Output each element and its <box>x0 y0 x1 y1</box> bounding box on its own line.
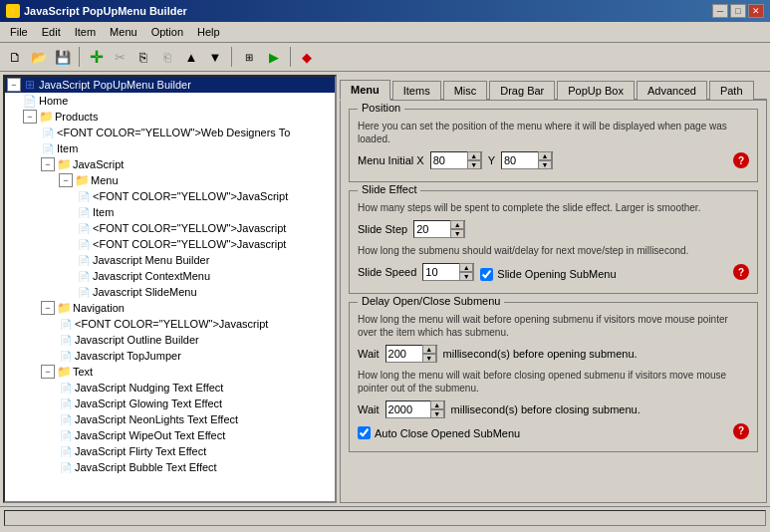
expand-navigation[interactable]: − <box>41 301 55 315</box>
cut-button[interactable]: ✂ <box>109 46 130 68</box>
options-button[interactable]: ◆ <box>296 46 318 68</box>
tree-item-products[interactable]: − 📁 Products <box>5 109 335 125</box>
tree-item-navigation[interactable]: − 📁 Navigation <box>5 300 335 316</box>
expand-products[interactable]: − <box>23 110 37 124</box>
tree-item-item2[interactable]: 📄 Item <box>5 204 335 220</box>
html-button[interactable]: ⊞ <box>237 46 261 68</box>
wait-close-value[interactable] <box>386 401 430 417</box>
expand-root[interactable]: − <box>7 78 21 92</box>
menu-x-input[interactable]: ▲ ▼ <box>430 151 482 169</box>
slide-step-up[interactable]: ▲ <box>450 220 464 229</box>
menu-menu[interactable]: Menu <box>104 24 143 40</box>
wait-close-input[interactable]: ▲ ▼ <box>385 400 445 418</box>
tree-item-jbte[interactable]: 📄 JavaScript Bubble Text Effect <box>5 459 335 475</box>
slide-speed-up[interactable]: ▲ <box>459 263 473 272</box>
wait-open-value[interactable] <box>386 346 422 362</box>
slide-step-spinners: ▲ ▼ <box>450 220 464 238</box>
tree-item-menu[interactable]: − 📁 Menu <box>5 172 335 188</box>
home-icon: 📄 <box>23 94 37 108</box>
auto-close-checkbox[interactable] <box>358 426 371 439</box>
menu-item[interactable]: Item <box>69 24 102 40</box>
jmb-icon: 📄 <box>77 253 91 267</box>
delay-help-icon[interactable]: ? <box>733 423 749 439</box>
minimize-button[interactable]: ─ <box>712 4 728 18</box>
new-button[interactable]: 🗋 <box>4 46 26 68</box>
tree-item-font5[interactable]: 📄 <FONT COLOR="YELLOW">Javascript <box>5 316 335 332</box>
tree-item-jgte[interactable]: 📄 JavaScript Glowing Text Effect <box>5 396 335 411</box>
maximize-button[interactable]: □ <box>730 4 746 18</box>
tree-item-jtj[interactable]: 📄 Javascript TopJumper <box>5 348 335 364</box>
tree-label-jcm: Javascript ContextMenu <box>93 270 210 282</box>
tree-label-item1: Item <box>57 142 78 154</box>
tab-advanced[interactable]: Advanced <box>637 81 707 100</box>
slide-open-submenu-label[interactable]: Slide Opening SubMenu <box>480 268 616 281</box>
slide-step-down[interactable]: ▼ <box>450 229 464 238</box>
menu-x-down[interactable]: ▼ <box>467 160 481 169</box>
preview-button[interactable]: ▶ <box>263 46 285 68</box>
slide-speed-value[interactable] <box>423 264 459 280</box>
tree-item-font3[interactable]: 📄 <FONT COLOR="YELLOW">Javascript <box>5 220 335 236</box>
tab-menu[interactable]: Menu <box>340 80 390 101</box>
tab-misc[interactable]: Misc <box>443 81 488 100</box>
open-button[interactable]: 📂 <box>28 46 50 68</box>
menu-help[interactable]: Help <box>191 24 226 40</box>
slide-step-label: Slide Step <box>358 223 407 235</box>
tree-item-jcm[interactable]: 📄 Javascript ContextMenu <box>5 268 335 284</box>
tab-popup[interactable]: PopUp Box <box>557 81 635 100</box>
paste-button[interactable]: ⎗ <box>156 46 178 68</box>
tree-label-jnlte: JavaScript NeonLights Text Effect <box>75 413 238 425</box>
tree-item-root[interactable]: − ⊞ JavaScript PopUpMenu Builder <box>5 77 335 93</box>
tree-item-font2[interactable]: 📄 <FONT COLOR="YELLOW">JavaScript <box>5 188 335 204</box>
menu-file[interactable]: File <box>4 24 34 40</box>
position-help-icon[interactable]: ? <box>733 152 749 168</box>
tree-item-jnlte[interactable]: 📄 JavaScript NeonLights Text Effect <box>5 411 335 427</box>
slide-step-input[interactable]: ▲ ▼ <box>413 220 465 238</box>
slide-speed-down[interactable]: ▼ <box>459 272 473 281</box>
tree-item-jfte[interactable]: 📄 JavaScript Flirty Text Effect <box>5 443 335 459</box>
tree-item-jsm[interactable]: 📄 Javascript SlideMenu <box>5 284 335 300</box>
menu-x-up[interactable]: ▲ <box>467 151 481 160</box>
wait-open-up[interactable]: ▲ <box>422 345 436 354</box>
move-up-button[interactable]: ▲ <box>180 46 202 68</box>
menu-y-up[interactable]: ▲ <box>538 151 552 160</box>
tab-dragbar[interactable]: Drag Bar <box>489 81 555 100</box>
menu-y-input[interactable]: ▲ ▼ <box>501 151 553 169</box>
tree-item-font1[interactable]: 📄 <FONT COLOR="YELLOW">Web Designers To <box>5 125 335 140</box>
save-button[interactable]: 💾 <box>52 46 74 68</box>
tree-item-item1[interactable]: 📄 Item <box>5 140 335 156</box>
tree-item-jwte[interactable]: 📄 JavaScript WipeOut Text Effect <box>5 427 335 443</box>
auto-close-label[interactable]: Auto Close Opened SubMenu <box>358 426 520 439</box>
expand-text[interactable]: − <box>41 365 55 379</box>
tab-path[interactable]: Path <box>709 81 754 100</box>
tree-item-font4[interactable]: 📄 <FONT COLOR="YELLOW">Javascript <box>5 236 335 252</box>
copy-button[interactable]: ⎘ <box>132 46 154 68</box>
tree-item-jmb[interactable]: 📄 Javascript Menu Builder <box>5 252 335 268</box>
slide-open-submenu-checkbox[interactable] <box>480 268 493 281</box>
close-button[interactable]: ✕ <box>748 4 764 18</box>
job-icon: 📄 <box>59 333 73 347</box>
tree-item-text[interactable]: − 📁 Text <box>5 364 335 380</box>
menu-y-value[interactable] <box>502 152 538 168</box>
menu-edit[interactable]: Edit <box>36 24 67 40</box>
slide-speed-input[interactable]: ▲ ▼ <box>422 263 474 281</box>
menu-option[interactable]: Option <box>145 24 189 40</box>
menu-y-down[interactable]: ▼ <box>538 160 552 169</box>
tab-items[interactable]: Items <box>392 81 441 100</box>
expand-javascript[interactable]: − <box>41 157 55 171</box>
menu-x-value[interactable] <box>431 152 467 168</box>
slide-help-icon[interactable]: ? <box>733 264 749 280</box>
move-down-button[interactable]: ▼ <box>204 46 226 68</box>
wait-open-down[interactable]: ▼ <box>422 354 436 363</box>
tree-item-home[interactable]: 📄 Home <box>5 93 335 109</box>
tree-item-javascript[interactable]: − 📁 JavaScript <box>5 156 335 172</box>
wait-close-down[interactable]: ▼ <box>430 409 444 418</box>
tree-item-jnte[interactable]: 📄 JavaScript Nudging Text Effect <box>5 380 335 396</box>
wait-open-input[interactable]: ▲ ▼ <box>385 345 437 363</box>
expand-menu[interactable]: − <box>59 173 73 187</box>
slide-step-value[interactable] <box>414 221 450 237</box>
tree-panel[interactable]: − ⊞ JavaScript PopUpMenu Builder 📄 Home … <box>3 75 337 503</box>
products-folder-icon: 📁 <box>39 110 53 124</box>
add-button[interactable]: ✛ <box>85 46 107 68</box>
tree-item-job[interactable]: 📄 Javascript Outline Builder <box>5 332 335 348</box>
wait-close-up[interactable]: ▲ <box>430 400 444 409</box>
